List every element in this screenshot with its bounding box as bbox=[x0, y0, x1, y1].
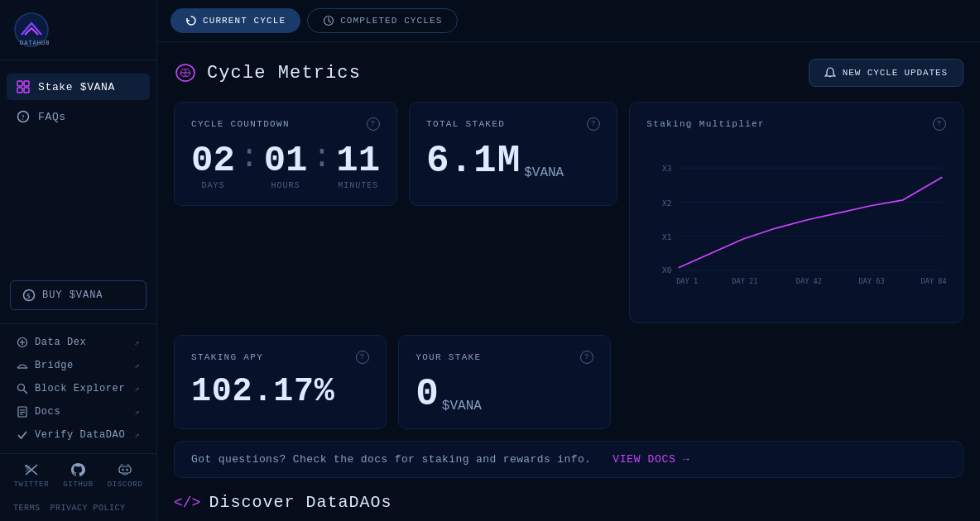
external-link-icon: ↗ bbox=[134, 361, 140, 370]
total-staked-card: TOTAL STAKED ? 6.1M$VANA bbox=[409, 102, 617, 206]
staking-apy-label: STAKING APY ? bbox=[191, 351, 369, 364]
svg-text:DAY 1: DAY 1 bbox=[677, 277, 699, 285]
your-stake-value: 0$VANA bbox=[416, 375, 593, 413]
discord-icon bbox=[118, 462, 132, 477]
footer-links: TERMS PRIVACY POLICY bbox=[0, 497, 156, 521]
svg-rect-4 bbox=[17, 88, 22, 93]
svg-text:DAY 42: DAY 42 bbox=[796, 277, 822, 285]
search-icon bbox=[17, 383, 28, 394]
svg-text:X2: X2 bbox=[662, 198, 671, 208]
svg-text:$: $ bbox=[26, 292, 31, 300]
svg-text:X3: X3 bbox=[662, 164, 671, 173]
svg-rect-2 bbox=[17, 81, 22, 86]
your-stake-label: YOUR STAKE ? bbox=[416, 351, 593, 364]
tab-bar: CURRENT CYCLE COMPLETED CYCLES bbox=[157, 0, 980, 42]
docs-banner: Got questions? Check the docs for stakin… bbox=[174, 441, 963, 478]
total-staked-info[interactable]: ? bbox=[587, 117, 600, 131]
docs-icon bbox=[17, 406, 28, 418]
view-docs-link[interactable]: VIEW DOCS → bbox=[612, 453, 689, 466]
twitter-icon: 𝕏 bbox=[24, 462, 39, 477]
staking-apy-info[interactable]: ? bbox=[356, 351, 369, 364]
total-staked-value: 6.1M$VANA bbox=[426, 142, 600, 180]
grid-icon bbox=[17, 80, 30, 93]
svg-text:X0: X0 bbox=[662, 265, 672, 275]
svg-point-12 bbox=[18, 385, 25, 391]
discord-link[interactable]: DISCORD bbox=[108, 462, 143, 489]
sidebar-item-data-dex[interactable]: Data Dex ↗ bbox=[7, 331, 150, 354]
countdown-sep-1: : bbox=[235, 142, 264, 174]
tab-completed-cycles[interactable]: COMPLETED CYCLES bbox=[307, 8, 458, 33]
page-header: Cycle Metrics NEW CYCLE UPDATES bbox=[174, 59, 963, 87]
privacy-link[interactable]: PRIVACY POLICY bbox=[50, 504, 126, 513]
your-stake-info[interactable]: ? bbox=[580, 351, 593, 364]
svg-text:DAY 63: DAY 63 bbox=[859, 277, 885, 285]
chart-svg: X3 X2 X1 X0 DAY 1 DAY 21 bbox=[646, 142, 946, 308]
terms-link[interactable]: TERMS bbox=[13, 504, 41, 513]
external-link-icon: ↗ bbox=[134, 384, 140, 394]
svg-rect-5 bbox=[24, 88, 29, 93]
staking-multiplier-card: Staking Multiplier ? X3 X2 X1 X0 bbox=[629, 102, 963, 323]
help-icon: ? bbox=[17, 110, 30, 123]
chart-spacer bbox=[622, 335, 963, 429]
coin-icon: $ bbox=[22, 289, 36, 302]
sidebar-item-bridge[interactable]: Bridge ↗ bbox=[7, 354, 150, 377]
svg-text:DATAHUB: DATAHUB bbox=[20, 40, 50, 46]
total-staked-label: TOTAL STAKED ? bbox=[426, 117, 600, 131]
new-cycle-updates-button[interactable]: NEW CYCLE UPDATES bbox=[809, 59, 963, 87]
sidebar-item-block-explorer[interactable]: Block Explorer ↗ bbox=[7, 377, 150, 400]
bell-icon bbox=[824, 67, 836, 79]
staking-apy-value: 102.17% bbox=[191, 373, 335, 410]
svg-point-21 bbox=[126, 469, 127, 471]
docs-banner-text: Got questions? Check the docs for stakin… bbox=[191, 453, 591, 466]
countdown-display: 02 DAYS : 01 HOURS : 11 MINUTES bbox=[191, 142, 380, 190]
nav-items: Stake $VANA ? FAQs bbox=[0, 60, 156, 274]
sidebar-item-stake[interactable]: Stake $VANA bbox=[7, 74, 150, 100]
svg-text:?: ? bbox=[22, 113, 26, 122]
countdown-minutes: 11 MINUTES bbox=[336, 142, 380, 190]
cycle-countdown-card: CYCLE COUNTDOWN ? 02 DAYS : 01 HOURS : bbox=[174, 102, 397, 206]
svg-rect-3 bbox=[24, 81, 29, 86]
github-icon bbox=[70, 462, 85, 477]
sidebar-item-verify-datadao[interactable]: Verify DataDAO ↗ bbox=[7, 423, 150, 447]
logo-area: DATAHUB bbox=[0, 0, 156, 60]
page-title-row: Cycle Metrics bbox=[174, 61, 361, 84]
your-stake-card: YOUR STAKE ? 0$VANA bbox=[398, 335, 611, 429]
tab-current-cycle[interactable]: CURRENT CYCLE bbox=[171, 8, 300, 33]
external-links: Data Dex ↗ Bridge ↗ Block Explorer ↗ bbox=[0, 323, 156, 453]
staking-apy-card: STAKING APY ? 102.17% bbox=[174, 335, 387, 429]
staking-multiplier-chart: X3 X2 X1 X0 DAY 1 DAY 21 bbox=[646, 142, 946, 308]
cycle-countdown-label: CYCLE COUNTDOWN ? bbox=[191, 117, 380, 131]
staking-multiplier-label: Staking Multiplier ? bbox=[646, 117, 946, 131]
cycle-icon bbox=[185, 15, 197, 26]
twitter-link[interactable]: 𝕏 TWITTER bbox=[13, 462, 49, 489]
cycle-countdown-info[interactable]: ? bbox=[367, 117, 380, 131]
svg-text:X1: X1 bbox=[662, 232, 672, 241]
logo[interactable]: DATAHUB bbox=[13, 12, 143, 48]
countdown-hours: 01 HOURS bbox=[264, 142, 308, 190]
external-link-icon: ↗ bbox=[134, 407, 140, 417]
buy-vana-button[interactable]: $ BUY $VANA bbox=[10, 280, 147, 310]
svg-text:DAY 21: DAY 21 bbox=[733, 277, 758, 285]
main-content: CURRENT CYCLE COMPLETED CYCLES Cycle Met… bbox=[157, 0, 980, 521]
svg-line-13 bbox=[24, 390, 28, 394]
data-dex-icon bbox=[17, 337, 28, 348]
discover-title: Discover DataDAOs bbox=[209, 493, 392, 512]
code-icon: </> bbox=[174, 495, 200, 511]
sidebar-item-docs[interactable]: Docs ↗ bbox=[7, 400, 150, 423]
clock-icon bbox=[323, 15, 334, 26]
check-icon bbox=[17, 429, 28, 441]
sidebar-item-faqs[interactable]: ? FAQs bbox=[7, 103, 150, 130]
external-link-icon: ↗ bbox=[134, 430, 140, 440]
external-link-icon: ↗ bbox=[134, 337, 140, 347]
svg-point-20 bbox=[122, 469, 123, 471]
discover-section-header: </> Discover DataDAOs bbox=[174, 493, 963, 512]
staking-multiplier-info[interactable]: ? bbox=[933, 117, 946, 131]
github-link[interactable]: GITHUB bbox=[63, 462, 94, 489]
content-area: Cycle Metrics NEW CYCLE UPDATES CYCLE CO… bbox=[157, 42, 980, 521]
svg-text:DAY 84: DAY 84 bbox=[921, 277, 946, 285]
bridge-icon bbox=[17, 360, 28, 371]
svg-text:𝕏: 𝕏 bbox=[24, 465, 32, 475]
brain-icon bbox=[174, 61, 197, 84]
vana-logo-icon: DATAHUB bbox=[13, 12, 50, 48]
page-title: Cycle Metrics bbox=[207, 63, 361, 84]
